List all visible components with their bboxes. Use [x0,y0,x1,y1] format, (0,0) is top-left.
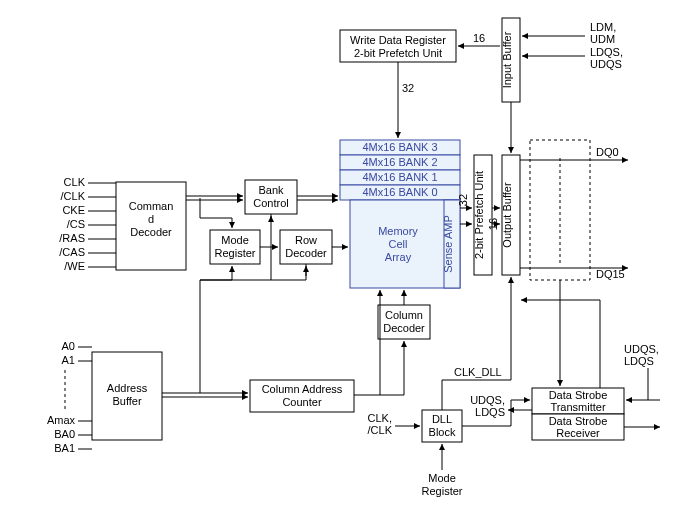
svg-text:4Mx16 BANK 1: 4Mx16 BANK 1 [362,171,437,183]
svg-text:Data Strobe: Data Strobe [549,389,608,401]
svg-text:16: 16 [487,218,499,230]
svg-text:4Mx16 BANK 2: 4Mx16 BANK 2 [362,156,437,168]
svg-text:Buffer: Buffer [112,395,141,407]
svg-text:Output Buffer: Output Buffer [501,182,513,248]
memory-banks: 4Mx16 BANK 3 4Mx16 BANK 2 4Mx16 BANK 1 4… [340,140,460,200]
svg-text:UDM: UDM [590,33,615,45]
svg-text:32: 32 [402,82,414,94]
svg-text:Input Buffer: Input Buffer [501,31,513,88]
svg-text:LDQS: LDQS [475,406,505,418]
svg-text:/RAS: /RAS [59,232,85,244]
svg-text:Sense AMP: Sense AMP [442,215,454,272]
svg-text:CKE: CKE [62,204,85,216]
svg-text:Control: Control [253,197,288,209]
svg-text:CLK: CLK [64,176,86,188]
svg-text:Array: Array [385,251,412,263]
svg-text:/CLK: /CLK [61,190,86,202]
command-signals: CLK /CLK CKE /CS /RAS /CAS /WE [59,176,116,272]
block-diagram: Comman d Decoder CLK /CLK CKE /CS /RAS /… [0,0,681,511]
command-decoder-label: Comman [129,200,174,212]
svg-text:Counter: Counter [282,396,321,408]
svg-text:/CAS: /CAS [59,246,85,258]
svg-text:Receiver: Receiver [556,427,600,439]
svg-text:DQ0: DQ0 [596,146,619,158]
svg-text:32: 32 [457,194,469,206]
svg-text:Transmitter: Transmitter [550,401,606,413]
svg-text:Data Strobe: Data Strobe [549,415,608,427]
svg-text:/WE: /WE [64,260,85,272]
svg-text:Block: Block [429,426,456,438]
svg-text:Column Address: Column Address [262,383,343,395]
svg-text:Write Data Register: Write Data Register [350,34,446,46]
svg-text:CLK_DLL: CLK_DLL [454,366,502,378]
svg-text:LDM,: LDM, [590,21,616,33]
svg-text:Register: Register [215,247,256,259]
svg-text:A1: A1 [62,354,75,366]
svg-text:LDQS: LDQS [624,355,654,367]
svg-text:4Mx16 BANK 3: 4Mx16 BANK 3 [362,141,437,153]
svg-text:Decoder: Decoder [285,247,327,259]
svg-text:CLK,: CLK, [368,412,392,424]
svg-text:16: 16 [473,32,485,44]
svg-text:2-bit Prefetch Unit: 2-bit Prefetch Unit [354,47,442,59]
svg-text:Decoder: Decoder [383,322,425,334]
svg-text:BA0: BA0 [54,428,75,440]
svg-text:Memory: Memory [378,225,418,237]
svg-text:Decoder: Decoder [130,226,172,238]
svg-text:DLL: DLL [432,413,452,425]
svg-text:Cell: Cell [389,238,408,250]
svg-text:Mode: Mode [221,234,249,246]
svg-text:Register: Register [422,485,463,497]
svg-text:Address: Address [107,382,148,394]
svg-text:/CS: /CS [67,218,85,230]
svg-text:BA1: BA1 [54,442,75,454]
svg-text:DQ15: DQ15 [596,268,625,280]
svg-text:Bank: Bank [258,184,284,196]
svg-text:A0: A0 [62,340,75,352]
svg-text:4Mx16 BANK 0: 4Mx16 BANK 0 [362,186,437,198]
svg-text:Amax: Amax [47,414,76,426]
svg-text:/CLK: /CLK [368,424,393,436]
svg-text:Column: Column [385,309,423,321]
svg-text:2-bit Prefetch Unit: 2-bit Prefetch Unit [473,171,485,259]
svg-text:d: d [148,213,154,225]
address-signals: A0 A1 Amax BA0 BA1 [47,340,92,454]
svg-text:UDQS: UDQS [590,58,622,70]
svg-text:Mode: Mode [428,472,456,484]
svg-text:Row: Row [295,234,317,246]
svg-text:UDQS,: UDQS, [470,394,505,406]
svg-text:LDQS,: LDQS, [590,46,623,58]
svg-text:UDQS,: UDQS, [624,343,659,355]
